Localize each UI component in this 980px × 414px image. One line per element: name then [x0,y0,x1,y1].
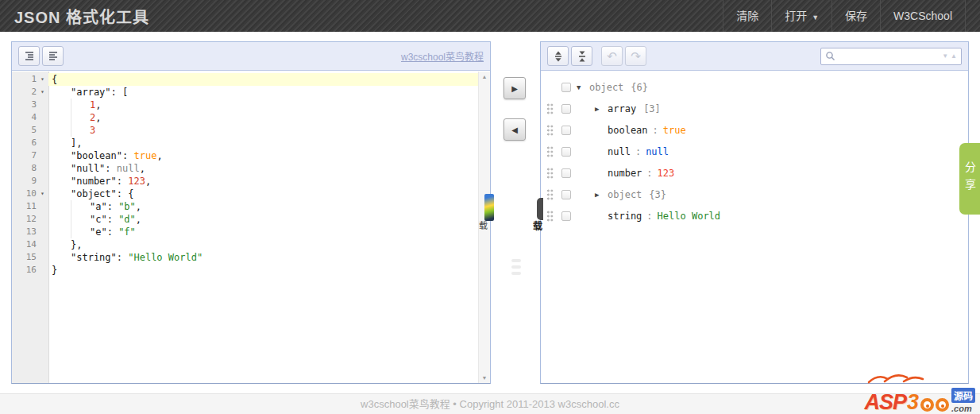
tree-node-label: string [608,211,642,222]
code-line[interactable]: 13"e": "f" [12,226,490,238]
context-menu-icon[interactable] [561,83,571,92]
code-to-tree-button[interactable]: ▶ [504,77,526,99]
tree-to-code-button[interactable]: ◀ [504,118,526,141]
w3cschool-button[interactable]: W3CSchool [880,0,966,32]
expand-all-icon [553,51,564,62]
drag-handle-icon[interactable] [547,103,554,114]
floating-widget-fragment[interactable] [537,198,543,220]
context-menu-icon[interactable] [561,126,571,135]
tree-rows: ▼object{6}▶array[3]boolean:truenull:null… [541,76,968,226]
code-line-text: 2, [48,111,478,124]
format-button[interactable] [18,46,40,66]
splitter-handle[interactable] [511,259,523,278]
context-menu-icon[interactable] [561,104,571,114]
w3cschool-link[interactable]: w3cschool菜鸟教程 [401,49,484,63]
tree-search-input[interactable] [835,51,939,62]
expander-icon[interactable]: ▼ [577,83,589,91]
drag-handle-icon[interactable] [547,125,554,136]
collapse-all-button[interactable] [571,46,592,66]
redo-button[interactable]: ↷ [625,46,646,66]
logo-tld-text: .com [951,404,972,413]
scroll-up-icon[interactable]: ▲ [479,74,490,79]
code-line[interactable]: 53 [12,124,490,137]
tree-node-label: object [608,189,642,200]
code-line[interactable]: 9"number": 123, [12,175,490,188]
context-menu-icon[interactable] [561,190,571,199]
expander-icon[interactable]: ▶ [595,105,608,113]
code-line[interactable]: 1▾{ [12,73,490,86]
logo-eye-icon [936,398,949,412]
save-button[interactable]: 保存 [831,0,880,32]
context-menu-icon[interactable] [561,147,571,157]
code-line[interactable]: 6], [12,137,490,149]
scroll-down-icon[interactable]: ▼ [479,375,490,381]
expand-all-button[interactable] [547,46,569,66]
search-prev-icon[interactable]: ▲ [951,52,957,60]
floating-widget-fragment[interactable] [484,194,494,221]
code-line-text: 1, [48,99,478,111]
context-menu-icon[interactable] [561,211,571,221]
tree-node-label: array [608,103,636,114]
undo-button[interactable]: ↶ [601,46,623,66]
tree-node-object[interactable]: ▼object{6} [541,76,968,98]
code-line-text: "null": null, [48,162,478,175]
line-number: 9 [14,175,37,188]
tree-node-null[interactable]: null:null [541,141,968,162]
clear-button[interactable]: 清除 [723,0,771,32]
line-number: 10 [14,188,37,200]
code-line[interactable]: 12"c": "d", [12,213,490,226]
code-line-text: ], [48,137,478,149]
code-editor-panel: w3cschool菜鸟教程 1▾{2▾"array": [31,42,536],… [11,41,491,384]
line-number: 3 [14,99,37,111]
fold-toggle-icon[interactable]: ▾ [37,73,48,86]
code-line[interactable]: 14}, [12,238,490,251]
line-number: 13 [14,226,37,238]
compact-button[interactable] [42,46,64,66]
drag-handle-icon[interactable] [547,211,554,222]
code-line[interactable]: 8"null": null, [12,162,490,175]
json-code-editor[interactable]: 1▾{2▾"array": [31,42,536],7"boolean": tr… [12,72,490,383]
tree-node-array[interactable]: ▶array[3] [541,98,968,119]
tree-node-value[interactable]: true [663,125,686,136]
share-tab-button[interactable]: 分享 [959,143,980,215]
page-title: JSON 格式化工具 [14,5,149,28]
line-gutter: 13 [12,226,48,238]
tree-node-value[interactable]: null [646,146,669,157]
code-line[interactable]: 15"string": "Hello World" [12,251,490,264]
tree-node-value[interactable]: 123 [658,168,675,179]
drag-handle-icon[interactable] [547,168,554,179]
code-line[interactable]: 10▾"object": { [12,188,490,200]
open-menu-button[interactable]: 打开▼ [771,0,831,32]
code-line[interactable]: 2▾"array": [ [12,86,490,99]
collapse-all-icon [577,51,588,62]
tree-node-count: {3} [649,189,666,200]
footer: w3cschool菜鸟教程 • Copyright 2011-2013 w3cs… [0,393,980,414]
search-next-icon[interactable]: ▼ [942,52,948,60]
tree-node-boolean[interactable]: boolean:true [541,119,968,141]
code-line[interactable]: 7"boolean": true, [12,149,490,162]
tree-node-object[interactable]: ▶object{3} [541,184,968,205]
json-tree-view: ▼object{6}▶array[3]boolean:truenull:null… [541,72,968,383]
drag-handle-icon[interactable] [547,146,554,157]
tree-node-value[interactable]: Hello World [658,211,720,222]
context-menu-icon[interactable] [561,168,571,178]
code-line[interactable]: 16} [12,264,490,277]
code-line-text: "boolean": true, [48,149,478,162]
line-gutter: 8 [12,162,48,175]
code-line[interactable]: 31, [12,99,490,111]
expander-icon[interactable]: ▶ [595,191,608,199]
drag-handle-icon[interactable] [547,189,554,200]
tree-toolbar: ↶ ↷ ▼ ▲ [541,42,968,71]
flame-icon [867,372,929,384]
code-line[interactable]: 11"a": "b", [12,200,490,213]
logo-brand-text: ASP [864,393,906,413]
tree-node-string[interactable]: string:Hello World [541,205,968,226]
line-number: 1 [14,73,37,86]
code-line[interactable]: 42, [12,111,490,124]
fold-toggle-icon[interactable]: ▾ [37,86,48,99]
tree-node-number[interactable]: number:123 [541,162,968,184]
fold-toggle-icon[interactable]: ▾ [37,188,48,200]
floating-widget-label: 载 [479,219,489,231]
code-line-text: }, [48,238,478,251]
line-gutter: 4 [12,111,48,124]
